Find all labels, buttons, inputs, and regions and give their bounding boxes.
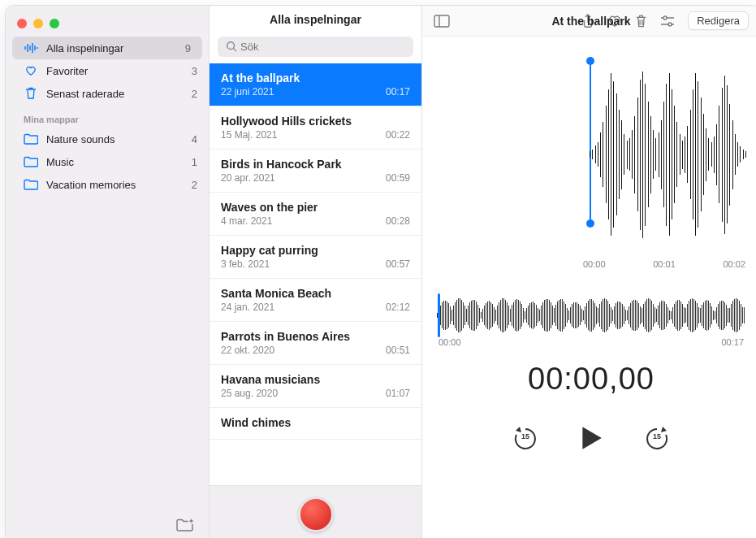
recording-item-duration: 00:28 — [386, 215, 410, 227]
waveform-icon — [24, 42, 38, 54]
recording-item[interactable]: Santa Monica Beach24 jan. 202102:12 — [210, 279, 421, 322]
sidebar-folder-vacation-memories[interactable]: Vacation memories2 — [6, 173, 209, 196]
recording-item-title: Waves on the pier — [221, 201, 410, 214]
sidebar-item-label: Senast raderade — [46, 88, 184, 100]
recording-item-date: 20 apr. 2021 — [221, 172, 275, 184]
recording-item-title: Birds in Hancock Park — [221, 158, 410, 171]
folder-icon — [24, 179, 38, 190]
detail-pane: At the ballpark Redigera — [422, 6, 756, 538]
list-header: Alla inspelningar — [210, 6, 421, 33]
svg-line-8 — [234, 49, 237, 52]
waveform-overview[interactable] — [437, 297, 745, 334]
recordings-list[interactable]: At the ballpark22 juni 202100:17Hollywoo… — [210, 63, 421, 485]
svg-point-12 — [663, 16, 667, 20]
sidebar-item-label: Alla inspelningar — [46, 42, 177, 54]
recording-item-date: 4 mar. 2021 — [221, 215, 272, 227]
sidebar-item-count: 2 — [192, 179, 197, 191]
search-icon — [226, 41, 237, 54]
app-window: Alla inspelningar9Favoriter3Senast rader… — [5, 5, 756, 538]
recording-item-duration: 02:12 — [386, 302, 410, 313]
recording-title: At the ballpark — [551, 15, 630, 28]
recording-item[interactable]: Havana musicians25 aug. 202001:07 — [210, 365, 421, 408]
close-window-button[interactable] — [17, 19, 27, 28]
recordings-list-pane: Alla inspelningar At the ballpark22 juni… — [210, 6, 422, 538]
svg-rect-9 — [434, 15, 449, 27]
sidebar-item-favoriter[interactable]: Favoriter3 — [6, 59, 209, 82]
recording-item-date: 25 aug. 2020 — [221, 388, 278, 399]
main-body: Alla inspelningar9Favoriter3Senast rader… — [6, 6, 756, 538]
recording-item[interactable]: Parrots in Buenos Aires22 okt. 202000:51 — [210, 322, 421, 365]
svg-point-14 — [668, 23, 672, 26]
recording-item-date: 24 jan. 2021 — [221, 302, 274, 313]
play-button[interactable] — [577, 424, 605, 452]
sidebar-folder-nature-sounds[interactable]: Nature sounds4 — [6, 128, 209, 150]
recording-item-duration: 00:59 — [386, 172, 410, 184]
recording-item-title: Hollywood Hills crickets — [221, 115, 410, 128]
overview-playhead[interactable] — [438, 293, 440, 337]
sidebar-item-count: 1 — [192, 156, 197, 168]
skip-back-button[interactable]: 15 — [512, 425, 538, 451]
waveform-large[interactable]: 00:00 00:01 00:02 — [422, 37, 756, 289]
skip-forward-button[interactable]: 15 — [644, 425, 670, 451]
recording-item-title: Happy cat purring — [221, 244, 410, 257]
settings-button[interactable] — [660, 15, 675, 27]
time-axis-large: 00:00 00:01 00:02 — [437, 256, 745, 269]
sidebar-item-label: Music — [46, 156, 184, 168]
recording-item-date: 22 juni 2021 — [221, 86, 274, 98]
recording-item-title: Wind chimes — [221, 416, 410, 429]
recording-item-date: 22 okt. 2020 — [221, 345, 274, 356]
delete-button[interactable] — [635, 14, 647, 28]
time-display: 00:00,00 — [422, 347, 756, 401]
record-button[interactable] — [298, 497, 334, 532]
minimize-window-button[interactable] — [33, 19, 43, 28]
playback-controls: 15 15 — [422, 401, 756, 465]
recording-item[interactable]: Happy cat purring3 feb. 202100:57 — [210, 236, 421, 279]
sidebar-section-folders: Mina mappar — [6, 105, 209, 128]
search-input[interactable] — [218, 37, 413, 57]
recording-item-duration: 00:57 — [386, 258, 410, 270]
edit-button[interactable]: Redigera — [688, 11, 749, 30]
recording-item[interactable]: Waves on the pier4 mar. 202100:28 — [210, 193, 421, 236]
sidebar-item-count: 3 — [192, 65, 197, 77]
recording-item[interactable]: Hollywood Hills crickets15 Maj. 202100:2… — [210, 106, 421, 150]
sidebar-item-count: 2 — [192, 88, 197, 100]
recording-item[interactable]: Wind chimes — [210, 408, 421, 440]
sidebar-item-label: Nature sounds — [46, 133, 184, 145]
recording-item-title: At the ballpark — [221, 72, 410, 85]
window-controls — [17, 19, 59, 28]
recording-item-duration: 00:51 — [386, 345, 410, 356]
recording-item[interactable]: Birds in Hancock Park20 apr. 202100:59 — [210, 150, 421, 193]
recording-item-duration: 00:22 — [386, 129, 410, 141]
recording-item-date: 3 feb. 2021 — [221, 258, 270, 270]
recording-item-duration: 01:07 — [386, 388, 410, 399]
sidebar-item-label: Vacation memories — [46, 179, 184, 191]
folder-icon — [24, 133, 38, 145]
recording-item-date: 15 Maj. 2021 — [221, 129, 277, 141]
sidebar-item-label: Favoriter — [46, 65, 184, 77]
toggle-sidebar-button[interactable] — [434, 15, 453, 28]
sidebar: Alla inspelningar9Favoriter3Senast rader… — [6, 6, 210, 538]
zoom-window-button[interactable] — [50, 19, 59, 28]
recording-item-title: Parrots in Buenos Aires — [221, 330, 410, 343]
recording-item-duration: 00:17 — [386, 86, 410, 98]
sidebar-item-count: 4 — [192, 133, 197, 145]
sidebar-folder-music[interactable]: Music1 — [6, 150, 209, 173]
folder-icon — [24, 156, 38, 167]
time-axis-overview: 00:00 00:17 — [437, 334, 745, 347]
heart-icon — [24, 65, 38, 76]
sidebar-item-count: 9 — [185, 42, 191, 54]
new-folder-button[interactable] — [176, 518, 194, 532]
sidebar-item-senast-raderade[interactable]: Senast raderade2 — [6, 82, 209, 105]
trash-icon — [24, 87, 38, 100]
svg-point-7 — [227, 42, 235, 50]
sidebar-item-alla-inspelningar[interactable]: Alla inspelningar9 — [12, 37, 202, 59]
recording-item-title: Havana musicians — [221, 373, 410, 386]
recording-item-title: Santa Monica Beach — [221, 287, 410, 300]
recording-item[interactable]: At the ballpark22 juni 202100:17 — [210, 63, 421, 106]
detail-toolbar: At the ballpark Redigera — [422, 6, 756, 37]
